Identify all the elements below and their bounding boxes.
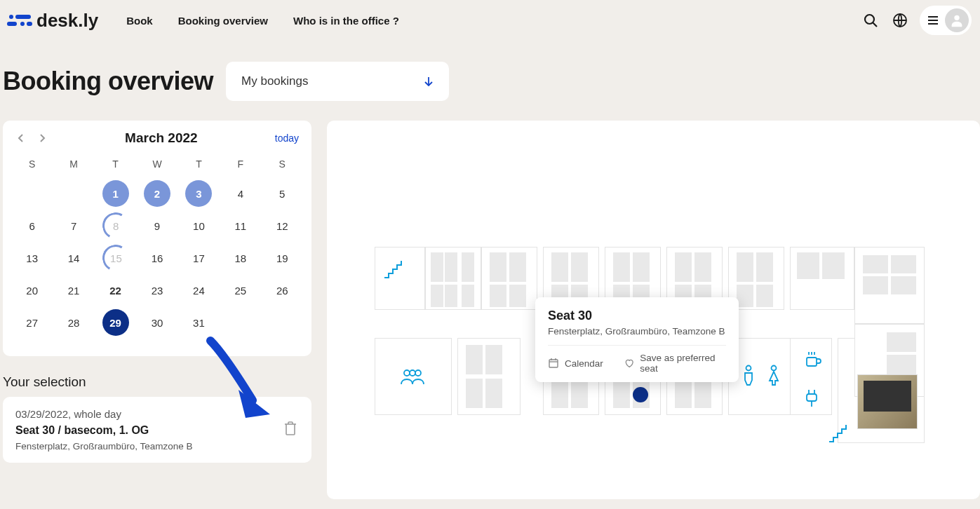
room-photo[interactable] [857,374,918,429]
selection-card: 03/29/2022, whole day Seat 30 / basecom,… [3,397,311,463]
arrow-down-icon [424,76,434,86]
tooltip-save-button[interactable]: Save as preferred seat [624,353,726,374]
svg-line-6 [873,23,878,27]
plug-icon [804,388,819,408]
cal-day[interactable]: 23 [136,276,177,304]
hamburger-icon [927,14,939,27]
cal-day[interactable]: 19 [262,244,303,272]
cal-day[interactable]: 16 [136,244,177,272]
cal-day[interactable]: 13 [11,244,53,272]
cal-month: March 2022 [48,130,275,146]
cal-day[interactable]: 25 [220,276,261,304]
cal-day[interactable]: 7 [53,212,94,240]
stairs-icon [383,259,404,279]
selection-location: Fensterplatz, Großraumbüro, Teamzone B [15,441,299,452]
logo-text: desk.ly [36,10,98,32]
cal-next[interactable] [36,133,48,144]
header-actions [861,6,972,35]
tooltip-subtitle: Fensterplatz, Großraumbüro, Teamzone B [548,326,726,337]
booking-filter-select[interactable]: My bookings [226,62,449,101]
avatar [945,8,969,32]
cal-day[interactable]: 10 [178,212,220,240]
svg-rect-2 [7,22,17,26]
svg-point-17 [746,366,751,371]
svg-point-0 [9,15,13,19]
cal-day[interactable]: 15 [95,244,136,272]
filter-label: My bookings [241,74,308,88]
dow: M [53,158,94,170]
cal-day[interactable]: 8 [95,212,136,240]
trash-icon [283,421,297,436]
dow: W [136,158,177,170]
dow: S [262,158,303,170]
svg-rect-20 [807,394,817,401]
search-icon[interactable] [861,11,880,30]
seat-marker[interactable] [633,387,648,402]
cal-prev[interactable] [15,133,27,144]
logo-icon [7,12,32,29]
svg-rect-1 [15,15,31,19]
tooltip-title: Seat 30 [548,308,726,323]
tooltip-calendar-button[interactable]: Calendar [548,353,603,374]
nav-overview[interactable]: Booking overview [178,15,268,27]
cal-day[interactable]: 4 [220,179,261,208]
cal-day[interactable]: 17 [178,244,220,272]
svg-rect-4 [27,22,32,26]
svg-point-14 [404,370,410,376]
page-title: Booking overview [3,67,213,96]
stairs-icon [828,423,849,443]
dow: S [11,158,53,170]
calendar-icon [548,358,559,369]
cal-day[interactable]: 3 [178,179,220,208]
cal-day[interactable]: 12 [262,212,303,240]
cal-day[interactable]: 6 [11,212,53,240]
svg-point-16 [415,370,421,376]
person-male-icon [742,365,755,386]
dow: T [95,158,136,170]
cal-day[interactable]: 30 [136,308,177,337]
cal-today-link[interactable]: today [275,133,299,144]
svg-rect-19 [807,358,817,366]
cal-day[interactable]: 27 [11,308,53,337]
profile-menu[interactable] [920,6,972,35]
cal-day[interactable]: 1 [95,179,136,208]
cal-day[interactable]: 18 [220,244,261,272]
coffee-icon [804,351,822,369]
cal-day[interactable]: 5 [262,179,303,208]
svg-rect-22 [549,360,558,367]
cal-day[interactable]: 11 [220,212,261,240]
nav-book[interactable]: Book [126,15,153,27]
selection-seat: Seat 30 / basecom, 1. OG [15,424,299,437]
group-icon [398,367,427,386]
calendar: March 2022 today S M T W T F S 1 2 3 4 [3,121,311,356]
cal-day[interactable]: 20 [11,276,53,304]
cal-day[interactable]: 21 [53,276,94,304]
header: desk.ly Book Booking overview Who is in … [0,0,980,41]
delete-selection-button[interactable] [283,421,297,439]
cal-day[interactable]: 24 [178,276,220,304]
nav-who[interactable]: Who is in the office ? [293,15,399,27]
seat-tooltip: Seat 30 Fensterplatz, Großraumbüro, Team… [535,297,739,382]
globe-icon[interactable] [890,11,910,30]
main-nav: Book Booking overview Who is in the offi… [126,15,399,27]
cal-day[interactable]: 31 [178,308,220,337]
logo[interactable]: desk.ly [7,10,98,32]
svg-point-18 [772,366,777,371]
svg-point-5 [865,15,874,24]
cal-day-selected[interactable]: 29 [95,308,136,337]
cal-day[interactable]: 14 [53,244,94,272]
dow: T [178,158,220,170]
person-female-icon [767,365,780,386]
cal-day[interactable]: 9 [136,212,177,240]
svg-point-11 [954,15,959,20]
cal-day[interactable]: 22 [95,276,136,304]
floorplan-panel[interactable]: Seat 30 Fensterplatz, Großraumbüro, Team… [327,121,980,499]
selection-title: Your selection [3,374,311,390]
cal-day[interactable]: 26 [262,276,303,304]
svg-point-3 [20,22,25,26]
cal-day[interactable]: 2 [136,179,177,208]
selection-date: 03/29/2022, whole day [15,408,299,420]
cal-day[interactable]: 28 [53,308,94,337]
heart-icon [624,358,634,369]
dow: F [220,158,261,170]
